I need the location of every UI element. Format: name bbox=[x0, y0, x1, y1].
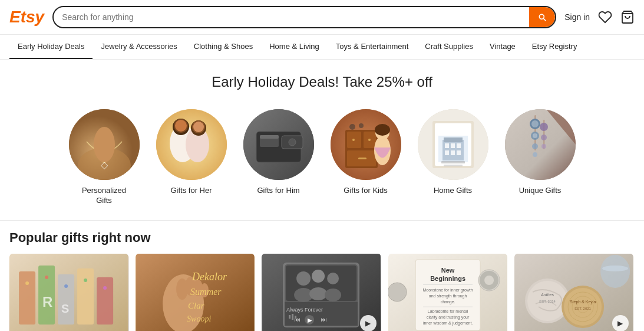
svg-text:clarity and trusting your: clarity and trusting your bbox=[426, 315, 469, 320]
search-icon bbox=[537, 12, 547, 22]
cart-button[interactable] bbox=[620, 10, 635, 24]
product-card-5[interactable]: Anthes EST. 2014 Steph & Keyla EST. 2021 bbox=[514, 254, 633, 331]
svg-point-56 bbox=[531, 120, 539, 127]
svg-point-19 bbox=[289, 139, 296, 146]
svg-rect-21 bbox=[260, 135, 279, 139]
svg-rect-39 bbox=[442, 140, 464, 160]
category-gifts-for-her[interactable]: Gifts for Her bbox=[156, 109, 227, 206]
svg-text:⏭: ⏭ bbox=[321, 316, 327, 323]
svg-point-90 bbox=[312, 270, 325, 283]
svg-point-132 bbox=[602, 266, 628, 271]
search-button[interactable] bbox=[529, 7, 555, 27]
svg-text:Steph & Keyla: Steph & Keyla bbox=[570, 300, 596, 304]
category-gifts-for-kids[interactable]: Gifts for Kids bbox=[331, 109, 401, 206]
svg-point-4 bbox=[94, 127, 115, 162]
category-gifts-for-him[interactable]: Gifts for Him bbox=[243, 109, 314, 206]
svg-text:Labradorite for mental: Labradorite for mental bbox=[427, 309, 468, 313]
svg-text:▶: ▶ bbox=[308, 317, 312, 323]
svg-point-89 bbox=[296, 271, 311, 286]
svg-point-57 bbox=[533, 133, 537, 138]
product-image-2: Dekalor Summer Clar Swoopi bbox=[136, 254, 255, 331]
play-button-3[interactable]: ▶ bbox=[360, 315, 377, 331]
gift-categories: PersonalizedGifts bbox=[0, 100, 644, 220]
svg-text:Moonstone for inner growth: Moonstone for inner growth bbox=[422, 288, 473, 293]
popular-gifts-section: Popular gifts right now bbox=[0, 221, 644, 331]
product-image-4: New Beginnings Moonstone for inner growt… bbox=[388, 254, 507, 331]
category-personalized-gifts[interactable]: PersonalizedGifts bbox=[69, 109, 140, 206]
nav-item-clothing[interactable]: Clothing & Shoes bbox=[186, 35, 261, 59]
products-grid: R S bbox=[9, 254, 635, 331]
svg-text:New: New bbox=[441, 267, 454, 274]
svg-text:Dekalor: Dekalor bbox=[191, 271, 227, 283]
category-image-her bbox=[156, 109, 227, 180]
sign-in-button[interactable]: Sign in bbox=[564, 12, 590, 22]
svg-text:Beginnings: Beginnings bbox=[430, 275, 465, 282]
svg-rect-66 bbox=[77, 268, 94, 325]
svg-rect-63 bbox=[19, 271, 35, 325]
product-card-4[interactable]: New Beginnings Moonstone for inner growt… bbox=[388, 254, 507, 331]
svg-point-71 bbox=[84, 278, 87, 282]
product-card-3[interactable]: Always Forever ⏮ ▶ ⏭ ▶ bbox=[262, 254, 381, 331]
etsy-logo[interactable]: Etsy bbox=[9, 8, 44, 27]
svg-rect-65 bbox=[58, 274, 74, 325]
nav-item-registry[interactable]: Etsy Registry bbox=[524, 35, 586, 59]
svg-point-34 bbox=[375, 124, 390, 136]
svg-point-70 bbox=[64, 284, 68, 288]
svg-rect-47 bbox=[441, 161, 465, 163]
svg-text:change.: change. bbox=[440, 300, 455, 304]
nav-item-home-living[interactable]: Home & Living bbox=[261, 35, 328, 59]
svg-point-31 bbox=[359, 123, 364, 128]
category-label-kids: Gifts for Kids bbox=[344, 186, 387, 196]
header: Etsy Sign in bbox=[0, 0, 644, 35]
category-image-him bbox=[243, 109, 314, 180]
category-home-gifts[interactable]: Home Gifts bbox=[418, 109, 488, 206]
product-card-1[interactable]: R S bbox=[9, 254, 128, 331]
main-nav: Early Holiday Deals Jewelry & Accessorie… bbox=[0, 35, 644, 60]
svg-point-72 bbox=[103, 286, 107, 290]
search-input[interactable] bbox=[54, 8, 529, 27]
nav-item-jewelry[interactable]: Jewelry & Accessories bbox=[93, 35, 185, 59]
product-card-2[interactable]: Dekalor Summer Clar Swoopi bbox=[136, 254, 255, 331]
category-unique-gifts[interactable]: Unique Gifts bbox=[505, 109, 576, 206]
svg-rect-67 bbox=[97, 277, 113, 325]
svg-point-13 bbox=[193, 122, 204, 132]
svg-text:S: S bbox=[61, 302, 69, 315]
product-image-1: R S bbox=[9, 254, 128, 331]
category-label-him: Gifts for Him bbox=[257, 186, 299, 196]
svg-text:EST. 2021: EST. 2021 bbox=[574, 307, 591, 310]
svg-point-60 bbox=[541, 135, 547, 140]
svg-point-68 bbox=[25, 281, 29, 285]
nav-item-vintage[interactable]: Vintage bbox=[481, 35, 524, 59]
svg-text:Clar: Clar bbox=[188, 301, 204, 310]
nav-item-craft[interactable]: Craft Supplies bbox=[417, 35, 481, 59]
play-button-5[interactable]: ▶ bbox=[612, 315, 629, 331]
header-actions: Sign in bbox=[564, 10, 635, 24]
svg-point-55 bbox=[533, 152, 537, 157]
svg-point-54 bbox=[532, 143, 538, 149]
svg-point-12 bbox=[175, 120, 187, 132]
svg-rect-29 bbox=[358, 158, 366, 159]
svg-rect-46 bbox=[457, 150, 461, 155]
svg-rect-40 bbox=[444, 137, 463, 142]
svg-rect-43 bbox=[457, 143, 461, 148]
svg-text:Summer: Summer bbox=[190, 287, 222, 297]
svg-rect-44 bbox=[445, 150, 449, 155]
svg-point-30 bbox=[349, 124, 355, 130]
svg-rect-45 bbox=[451, 150, 455, 155]
svg-point-69 bbox=[45, 276, 48, 279]
nav-item-early-holiday-deals[interactable]: Early Holiday Deals bbox=[9, 35, 93, 59]
svg-rect-101 bbox=[289, 315, 290, 319]
svg-text:and strength through: and strength through bbox=[428, 294, 467, 299]
nav-item-toys[interactable]: Toys & Entertainment bbox=[328, 35, 417, 59]
svg-point-91 bbox=[327, 273, 339, 284]
svg-point-28 bbox=[368, 139, 371, 141]
svg-point-118 bbox=[388, 283, 407, 301]
svg-rect-103 bbox=[295, 316, 296, 319]
cart-icon bbox=[620, 10, 635, 24]
svg-text:inner wisdom & judgement.: inner wisdom & judgement. bbox=[422, 321, 472, 326]
svg-point-59 bbox=[540, 123, 548, 131]
wishlist-button[interactable] bbox=[598, 10, 612, 24]
category-label-personalized: PersonalizedGifts bbox=[82, 186, 126, 206]
svg-point-94 bbox=[325, 289, 341, 301]
svg-text:Swoopi: Swoopi bbox=[187, 314, 211, 323]
